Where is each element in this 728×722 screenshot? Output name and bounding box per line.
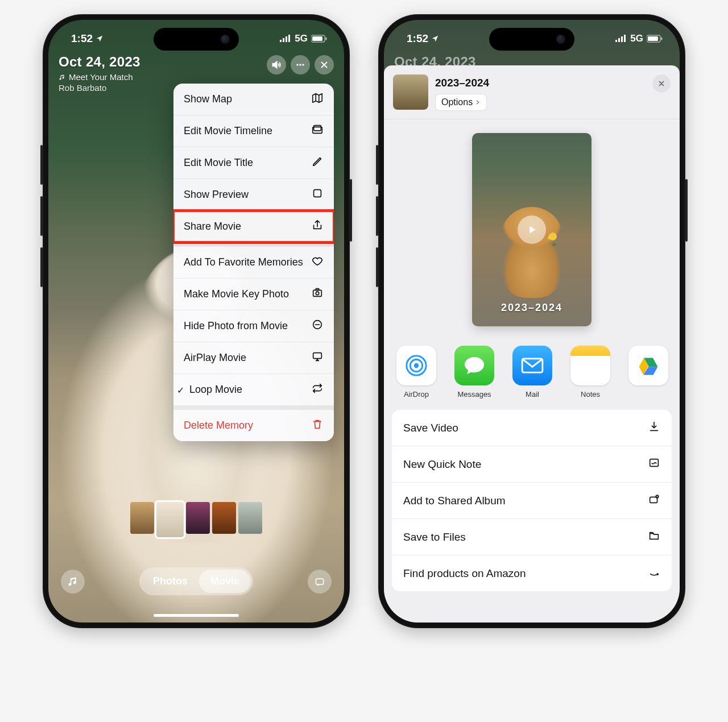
menu-label: Edit Movie Title [184, 156, 304, 169]
action-add-to-shared-album[interactable]: Add to Shared Album [392, 482, 672, 518]
share-thumbnail [393, 74, 428, 110]
top-actions [267, 55, 334, 74]
music-button[interactable] [61, 570, 85, 594]
svg-point-33 [657, 496, 657, 497]
share-title: 2023–2024 [435, 77, 489, 89]
menu-item-hide-photo-from-movie[interactable]: Hide Photo from Movie [173, 310, 334, 342]
close-sheet-button[interactable] [652, 74, 671, 93]
close-icon [319, 60, 329, 70]
svg-rect-25 [661, 38, 663, 40]
view-toggle[interactable]: Photos Movie [139, 567, 253, 595]
tab-movie[interactable]: Movie [199, 570, 251, 593]
svg-rect-20 [618, 38, 620, 42]
play-icon [526, 223, 538, 236]
thumb-2-selected[interactable] [156, 502, 184, 537]
svg-point-9 [302, 64, 304, 65]
ellipsis-icon [295, 59, 306, 70]
svg-rect-19 [615, 40, 617, 42]
svg-rect-17 [313, 353, 322, 359]
menu-item-show-map[interactable]: Show Map [173, 84, 334, 115]
action-label: New Quick Note [403, 458, 481, 471]
timeline-icon [311, 123, 324, 139]
menu-item-show-preview[interactable]: Show Preview [173, 179, 334, 210]
options-button[interactable]: Options [435, 94, 487, 111]
speaker-icon [271, 59, 282, 70]
svg-rect-2 [286, 36, 287, 42]
share-actions-list: Save VideoNew Quick NoteAdd to Shared Al… [392, 410, 672, 591]
status-right: 5G [615, 33, 663, 44]
play-button[interactable] [518, 215, 546, 244]
chevron-right-icon [475, 99, 481, 106]
action-label: Save Video [403, 422, 458, 434]
share-app-mail[interactable]: Mail [512, 346, 552, 399]
download-icon [648, 420, 660, 435]
svg-rect-12 [314, 190, 321, 197]
menu-label: Show Map [184, 93, 304, 106]
share-app-notes[interactable]: Notes [570, 346, 610, 399]
action-save-to-files[interactable]: Save to Files [392, 518, 672, 555]
dynamic-island [154, 28, 239, 51]
phone-share-sheet: 1:52 5G Oct 24, 2023 2023–2024 Options [378, 14, 685, 628]
action-find-products-on-amazon[interactable]: Find products on Amazon [392, 555, 672, 591]
cellular-icon [615, 35, 627, 43]
menu-item-delete-memory[interactable]: Delete Memory [173, 405, 334, 441]
thumb-5[interactable] [238, 502, 262, 534]
preview-caption: 2023–2024 [472, 302, 592, 314]
app-label: Messages [457, 390, 491, 399]
close-button[interactable] [315, 55, 334, 74]
status-network: 5G [630, 33, 643, 44]
action-new-quick-note[interactable]: New Quick Note [392, 446, 672, 482]
menu-item-share-movie[interactable]: Share Movie [173, 210, 334, 242]
svg-rect-0 [280, 40, 282, 42]
pencil-icon [311, 155, 324, 171]
mute-button[interactable] [267, 55, 286, 74]
memory-thumbnails[interactable] [130, 502, 262, 537]
svg-rect-5 [312, 36, 322, 41]
thumb-4[interactable] [212, 502, 236, 534]
cellular-icon [280, 35, 291, 43]
menu-label: Delete Memory [184, 419, 304, 432]
minuscircle-icon [311, 318, 324, 334]
menu-item-edit-movie-title[interactable]: Edit Movie Title [173, 147, 334, 179]
app-icon [512, 346, 552, 385]
menu-item-airplay-movie[interactable]: AirPlay Movie [173, 342, 334, 374]
thumb-3[interactable] [186, 502, 210, 534]
action-save-video[interactable]: Save Video [392, 410, 672, 446]
app-label: AirDrop [404, 390, 429, 399]
more-button[interactable] [291, 55, 310, 74]
screen-share-sheet: 1:52 5G Oct 24, 2023 2023–2024 Options [384, 20, 680, 623]
menu-item-add-to-favorite-memories[interactable]: Add To Favorite Memories [173, 242, 334, 278]
svg-rect-1 [283, 38, 284, 42]
caption-button[interactable] [308, 570, 332, 594]
app-icon [570, 346, 610, 385]
menu-item-edit-movie-timeline[interactable]: Edit Movie Timeline [173, 115, 334, 147]
keyphoto-icon [311, 287, 324, 302]
menu-item-loop-movie[interactable]: ✓Loop Movie [173, 374, 334, 405]
location-icon [431, 35, 439, 43]
svg-rect-6 [325, 38, 327, 40]
quicknote-icon [648, 457, 660, 472]
tab-photos[interactable]: Photos [142, 570, 199, 593]
options-label: Options [441, 97, 473, 107]
share-app-airdrop[interactable]: AirDrop [396, 346, 436, 399]
svg-rect-22 [624, 35, 626, 42]
amazon-icon [648, 566, 660, 581]
app-icon [454, 346, 494, 385]
menu-label: Hide Photo from Movie [184, 319, 304, 333]
home-indicator[interactable] [154, 614, 239, 617]
share-app-more[interactable] [628, 346, 668, 390]
share-title-block: 2023–2024 Options [435, 74, 489, 111]
preview-card[interactable]: 2023–2024 [472, 133, 592, 326]
trash-icon [311, 418, 324, 433]
heart-icon [311, 255, 324, 270]
app-label: Notes [581, 390, 600, 399]
dynamic-island [489, 28, 574, 51]
status-network: 5G [295, 33, 308, 44]
action-label: Find products on Amazon [403, 567, 526, 580]
share-app-messages[interactable]: Messages [454, 346, 494, 399]
menu-item-make-movie-key-photo[interactable]: Make Movie Key Photo [173, 278, 334, 310]
action-label: Add to Shared Album [403, 495, 506, 507]
context-menu: Show MapEdit Movie TimelineEdit Movie Ti… [173, 84, 334, 441]
svg-rect-21 [621, 36, 623, 42]
thumb-1[interactable] [130, 502, 154, 534]
